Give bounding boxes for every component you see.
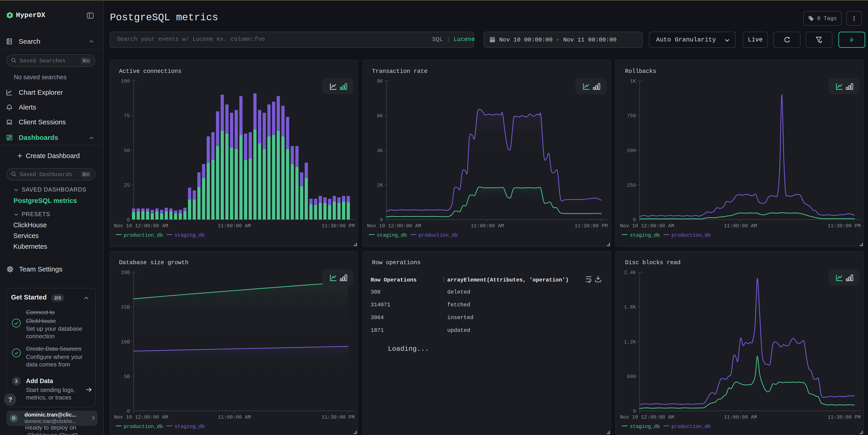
svg-text:308: 308 <box>371 289 380 295</box>
svg-text:75: 75 <box>124 113 130 119</box>
svg-text:0: 0 <box>127 409 130 414</box>
svg-text:Database size growth: Database size growth <box>119 259 188 266</box>
svg-text:0: 0 <box>127 217 130 223</box>
svg-text:1.8K: 1.8K <box>624 304 636 310</box>
svg-text:1.2K: 1.2K <box>624 339 636 345</box>
svg-text:15B: 15B <box>121 304 130 310</box>
svg-text:11:30:00 PM: 11:30:00 PM <box>321 223 355 229</box>
svg-text:8K: 8K <box>377 78 383 84</box>
svg-text:2.4K: 2.4K <box>624 270 636 275</box>
svg-text:20B: 20B <box>121 270 130 275</box>
svg-text:arrayElement(Attributes, 'oper: arrayElement(Attributes, 'operation') <box>447 277 569 283</box>
svg-text:Nov 10 12:00:00 AM: Nov 10 12:00:00 AM <box>620 414 674 420</box>
svg-text:production_db: production_db <box>418 233 458 238</box>
svg-text:11:00:00 AM: 11:00:00 AM <box>724 414 757 420</box>
svg-text:staging_db: staging_db <box>630 233 660 238</box>
svg-text:25: 25 <box>124 183 130 188</box>
svg-text:staging_db: staging_db <box>377 233 407 238</box>
svg-text:11:30:00 PM: 11:30:00 PM <box>575 223 608 229</box>
svg-text:inserted: inserted <box>447 314 473 321</box>
svg-text:10B: 10B <box>121 339 130 345</box>
svg-text:2K: 2K <box>377 183 383 188</box>
svg-text:Active connections: Active connections <box>119 68 181 75</box>
svg-text:Nov 10 12:00:00 AM: Nov 10 12:00:00 AM <box>114 223 168 229</box>
svg-text:staging_db: staging_db <box>175 233 205 238</box>
svg-text:Loading...: Loading... <box>388 345 429 353</box>
svg-text:production_db: production_db <box>124 233 163 238</box>
svg-text:500: 500 <box>627 148 636 154</box>
svg-text:600: 600 <box>627 374 636 380</box>
svg-text:6K: 6K <box>377 113 383 119</box>
svg-text:314071: 314071 <box>371 302 390 308</box>
svg-text:100: 100 <box>121 78 130 84</box>
svg-text:1K: 1K <box>630 78 636 84</box>
svg-text:Nov 10 12:00:00 AM: Nov 10 12:00:00 AM <box>114 414 168 420</box>
svg-text:Transaction rate: Transaction rate <box>372 68 428 75</box>
svg-text:Nov 10 12:00:00 AM: Nov 10 12:00:00 AM <box>367 223 421 229</box>
svg-text:0: 0 <box>380 217 383 223</box>
svg-text:Rollbacks: Rollbacks <box>625 68 656 75</box>
svg-text:50: 50 <box>124 148 130 154</box>
svg-text:750: 750 <box>627 113 636 119</box>
svg-text:staging_db: staging_db <box>630 424 660 430</box>
svg-text:4K: 4K <box>377 148 383 154</box>
svg-text:Disc blocks read: Disc blocks read <box>625 259 681 266</box>
svg-text:updated: updated <box>447 327 470 333</box>
svg-text:5B: 5B <box>124 374 130 380</box>
svg-text:3064: 3064 <box>371 314 384 321</box>
svg-text:deleted: deleted <box>447 289 470 295</box>
svg-text:11:00:00 AM: 11:00:00 AM <box>218 414 251 420</box>
svg-text:production_db: production_db <box>672 233 711 238</box>
svg-text:11:30:00 PM: 11:30:00 PM <box>828 223 861 229</box>
svg-text:Row Operations: Row Operations <box>371 277 417 283</box>
svg-text:1871: 1871 <box>371 327 384 333</box>
svg-text:production_db: production_db <box>124 424 163 430</box>
svg-text:0: 0 <box>633 409 636 414</box>
svg-text:11:30:00 PM: 11:30:00 PM <box>828 414 861 420</box>
svg-text:11:00:00 AM: 11:00:00 AM <box>724 223 757 229</box>
svg-text:Nov 10 12:00:00 AM: Nov 10 12:00:00 AM <box>620 223 674 229</box>
svg-text:production_db: production_db <box>672 424 711 430</box>
svg-text:Row operations: Row operations <box>372 259 421 266</box>
svg-text:11:00:00 AM: 11:00:00 AM <box>218 223 251 229</box>
svg-text:11:00:00 AM: 11:00:00 AM <box>471 223 504 229</box>
svg-text:11:30:00 PM: 11:30:00 PM <box>321 414 355 420</box>
svg-text:fetched: fetched <box>447 302 470 308</box>
svg-text:250: 250 <box>627 183 636 188</box>
svg-text:staging_db: staging_db <box>175 424 205 430</box>
svg-text:0: 0 <box>633 217 636 223</box>
